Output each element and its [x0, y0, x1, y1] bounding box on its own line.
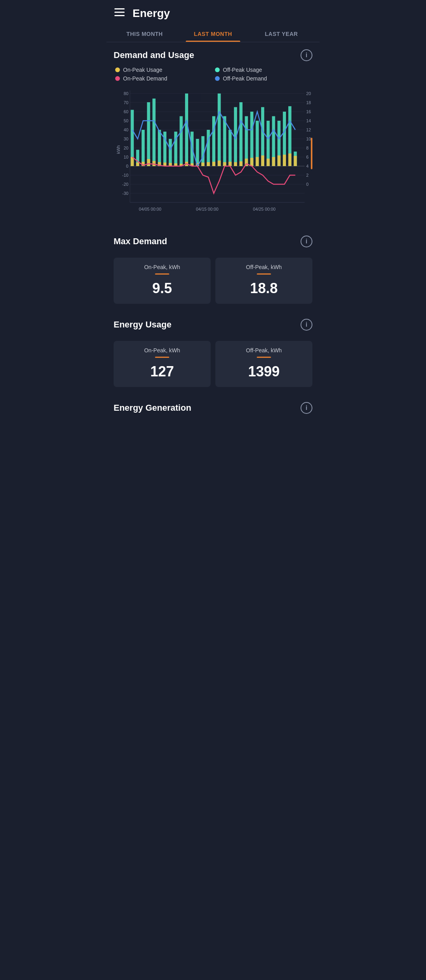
chart-scrollbar[interactable]	[311, 138, 312, 169]
svg-rect-59	[218, 94, 221, 166]
max-demand-cards: On-Peak, kWh 9.5 Off-Peak, kWh 18.8	[106, 253, 320, 304]
svg-rect-89	[212, 162, 215, 166]
energy-usage-cards: On-Peak, kWh 127 Off-Peak, kWh 1399	[106, 336, 320, 387]
svg-rect-78	[152, 161, 155, 166]
max-demand-header: Max Demand i	[114, 236, 312, 247]
energy-usage-off-peak-value: 1399	[221, 363, 307, 380]
svg-text:16: 16	[306, 109, 311, 114]
svg-text:70: 70	[123, 100, 128, 105]
demand-usage-chart: 80 70 60 50 40 30 20 10 0 -10 -20 -30 kW…	[114, 86, 312, 221]
tab-last-month[interactable]: LAST MONTH	[179, 25, 247, 42]
svg-rect-61	[228, 130, 232, 166]
svg-rect-100	[272, 157, 275, 166]
legend-on-peak-demand: On-Peak Demand	[115, 75, 211, 82]
energy-generation-info-button[interactable]: i	[301, 402, 312, 414]
max-demand-section: Max Demand i	[106, 228, 320, 247]
max-demand-info-button[interactable]: i	[301, 236, 312, 247]
max-demand-off-peak-divider	[257, 273, 271, 275]
svg-rect-45	[142, 130, 145, 166]
energy-usage-on-peak-divider	[155, 357, 169, 358]
svg-rect-58	[212, 116, 215, 166]
energy-usage-title: Energy Usage	[114, 320, 172, 330]
svg-text:0: 0	[126, 164, 128, 168]
svg-text:18: 18	[306, 100, 311, 105]
on-peak-usage-dot	[115, 67, 120, 72]
svg-rect-2	[114, 15, 125, 16]
demand-usage-title: Demand and Usage	[114, 50, 194, 60]
tab-last-year[interactable]: LAST YEAR	[247, 25, 316, 42]
svg-text:6: 6	[306, 155, 308, 159]
svg-rect-94	[239, 161, 243, 166]
chart-legend: On-Peak Usage Off-Peak Usage On-Peak Dem…	[114, 67, 312, 82]
svg-rect-92	[228, 162, 232, 166]
svg-text:40: 40	[123, 127, 128, 132]
svg-rect-57	[207, 130, 210, 166]
energy-usage-on-peak-value: 127	[119, 363, 205, 380]
svg-text:kWh: kWh	[116, 145, 121, 154]
svg-text:2: 2	[306, 173, 308, 178]
svg-text:4: 4	[306, 164, 308, 168]
svg-rect-98	[261, 155, 264, 166]
header: Energy	[106, 0, 320, 25]
svg-text:60: 60	[123, 109, 128, 114]
energy-usage-info-button[interactable]: i	[301, 319, 312, 331]
svg-rect-104	[294, 156, 297, 166]
energy-usage-on-peak-label: On-Peak, kWh	[119, 347, 205, 353]
svg-text:0: 0	[306, 182, 308, 187]
demand-usage-section: Demand and Usage i On-Peak Usage Off-Pea…	[106, 42, 320, 221]
svg-rect-97	[256, 157, 259, 166]
energy-generation-header: Energy Generation i	[114, 402, 312, 414]
svg-text:8: 8	[306, 146, 308, 150]
legend-off-peak-usage: Off-Peak Usage	[215, 67, 311, 73]
svg-rect-102	[283, 155, 286, 166]
svg-rect-53	[185, 94, 188, 166]
svg-rect-103	[288, 153, 291, 166]
svg-rect-91	[223, 162, 226, 166]
svg-rect-75	[136, 163, 139, 166]
svg-text:04/25 00:00: 04/25 00:00	[253, 207, 275, 211]
svg-rect-63	[239, 102, 243, 166]
energy-usage-on-peak-card: On-Peak, kWh 127	[114, 341, 211, 387]
max-demand-on-peak-value: 9.5	[119, 280, 205, 297]
page-title: Energy	[133, 7, 170, 20]
energy-generation-title: Energy Generation	[114, 403, 191, 413]
menu-button[interactable]	[114, 8, 125, 19]
svg-rect-77	[147, 159, 150, 166]
svg-text:10: 10	[123, 155, 128, 159]
svg-rect-93	[234, 162, 237, 166]
svg-text:-10: -10	[122, 173, 129, 178]
legend-off-peak-demand: Off-Peak Demand	[215, 75, 311, 82]
svg-text:04/05 00:00: 04/05 00:00	[139, 207, 161, 211]
svg-text:50: 50	[123, 118, 128, 123]
energy-usage-section: Energy Usage i	[106, 312, 320, 331]
max-demand-off-peak-label: Off-Peak, kWh	[221, 264, 307, 270]
svg-rect-96	[250, 158, 253, 166]
energy-usage-header: Energy Usage i	[114, 319, 312, 331]
svg-rect-90	[218, 161, 221, 166]
energy-usage-off-peak-divider	[257, 357, 271, 358]
svg-text:14: 14	[306, 118, 311, 123]
tab-this-month[interactable]: THIS MONTH	[110, 25, 179, 42]
off-peak-usage-dot	[215, 67, 220, 72]
svg-rect-88	[207, 162, 210, 166]
energy-generation-section: Energy Generation i	[106, 395, 320, 414]
svg-rect-1	[114, 12, 125, 13]
on-peak-demand-dot	[115, 76, 120, 81]
svg-rect-47	[152, 99, 155, 166]
tab-bar: THIS MONTH LAST MONTH LAST YEAR	[106, 25, 320, 42]
svg-text:-20: -20	[122, 182, 129, 187]
max-demand-off-peak-value: 18.8	[221, 280, 307, 297]
svg-rect-48	[158, 130, 161, 166]
demand-usage-info-button[interactable]: i	[301, 49, 312, 61]
svg-rect-52	[179, 116, 183, 166]
svg-text:20: 20	[123, 146, 128, 150]
svg-text:04/15 00:00: 04/15 00:00	[196, 207, 219, 211]
svg-rect-46	[147, 102, 150, 166]
svg-text:-30: -30	[122, 191, 129, 196]
max-demand-title: Max Demand	[114, 236, 167, 247]
svg-text:10: 10	[306, 137, 311, 141]
legend-on-peak-usage: On-Peak Usage	[115, 67, 211, 73]
max-demand-off-peak-card: Off-Peak, kWh 18.8	[215, 258, 312, 304]
svg-rect-99	[267, 159, 270, 166]
demand-usage-header: Demand and Usage i	[114, 49, 312, 61]
